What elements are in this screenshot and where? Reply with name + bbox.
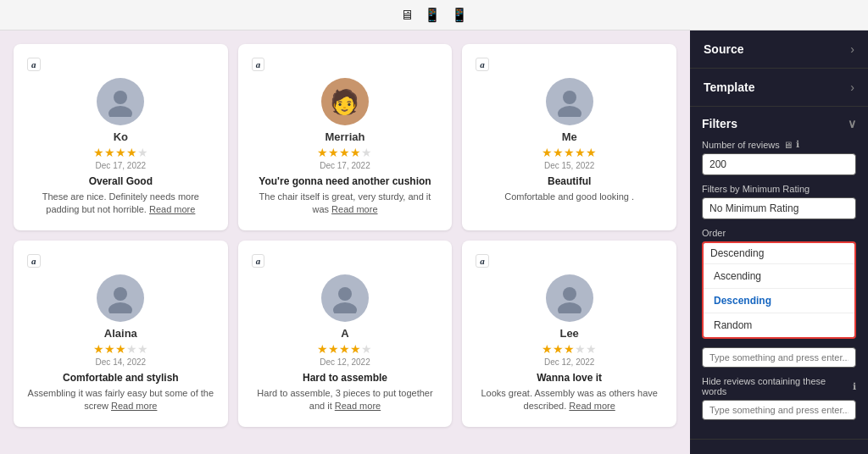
- avatar: [97, 274, 144, 322]
- user-silhouette: [330, 283, 360, 313]
- svg-point-7: [333, 302, 357, 313]
- review-card: a Ko ★★★★★ Dec 17, 2022 Overall Good The…: [14, 44, 228, 230]
- avatar: 🧑: [321, 78, 369, 125]
- desktop-icon[interactable]: 🖥: [400, 8, 414, 23]
- filters-title-row: Filters ∨: [702, 117, 856, 130]
- source-section: Source ›: [690, 30, 868, 69]
- amazon-logo: a: [476, 58, 489, 71]
- star-rating: ★★★★★: [93, 342, 148, 356]
- right-panel: Source › Template › Filters ∨ Number of …: [690, 30, 868, 454]
- reviewer-name: Lee: [559, 327, 578, 340]
- review-text: The chair itself is great, very sturdy, …: [252, 191, 439, 217]
- hide-info-icon: ℹ: [853, 381, 856, 392]
- order-option-random[interactable]: Random: [704, 313, 854, 337]
- svg-point-9: [558, 302, 581, 313]
- tablet-icon[interactable]: 📱: [424, 7, 441, 23]
- review-text: Assembling it was fairly easy but some o…: [27, 387, 214, 413]
- review-card: a Me ★★★★★ Dec 15, 2022 Beautiful Comfor…: [462, 44, 676, 230]
- review-title: Comfortable and stylish: [63, 372, 179, 384]
- review-text: Comfortable and good looking .: [504, 191, 634, 203]
- min-rating-input[interactable]: [702, 197, 856, 219]
- review-card: a A ★★★★★ Dec 12, 2022 Hard to assemble …: [238, 241, 453, 427]
- order-dropdown-list: Ascending Descending Random: [704, 263, 854, 337]
- reviews-area: a Ko ★★★★★ Dec 17, 2022 Overall Good The…: [0, 30, 690, 454]
- template-row[interactable]: Template ›: [690, 69, 868, 106]
- svg-point-4: [114, 287, 127, 301]
- svg-point-2: [563, 91, 576, 104]
- card-header: a: [27, 58, 214, 75]
- main-layout: a Ko ★★★★★ Dec 17, 2022 Overall Good The…: [0, 30, 868, 454]
- hide-reviews-label: Hide reviews containing these words ℹ: [702, 376, 856, 396]
- monitor-icon: 🖥: [783, 140, 793, 150]
- review-date: Dec 17, 2022: [320, 161, 370, 170]
- num-reviews-input[interactable]: [702, 153, 856, 175]
- review-card: a 🧑 Merriah ★★★★★ Dec 17, 2022 You're go…: [238, 44, 453, 230]
- review-card: a Alaina ★★★★★ Dec 14, 2022 Comfortable …: [14, 241, 228, 427]
- amazon-logo: a: [252, 58, 265, 71]
- top-bar: 🖥 📱 📱: [0, 0, 868, 30]
- filters-panel-section: Filters ∨ Number of reviews 🖥 ℹ Filters …: [690, 107, 868, 440]
- reviewer-name: Alaina: [104, 327, 137, 340]
- avatar: [546, 78, 593, 125]
- read-more-link[interactable]: Read more: [111, 401, 157, 411]
- review-date: Dec 14, 2022: [96, 357, 147, 367]
- amazon-logo: a: [27, 58, 41, 71]
- source-label: Source: [704, 42, 743, 56]
- amazon-logo: a: [27, 254, 41, 268]
- review-title: Beautiful: [548, 175, 591, 187]
- read-more-link[interactable]: Read more: [335, 401, 381, 411]
- order-option-descending[interactable]: Descending: [704, 288, 854, 313]
- review-text: Looks great. Assembly was as others have…: [476, 387, 663, 413]
- reviews-grid: a Ko ★★★★★ Dec 17, 2022 Overall Good The…: [14, 44, 676, 427]
- reviewer-name: Merriah: [326, 130, 365, 143]
- source-chevron: ›: [850, 42, 854, 56]
- star-rating: ★★★★★: [93, 146, 148, 159]
- user-silhouette: [554, 283, 585, 313]
- avatar: [97, 78, 144, 125]
- avatar: [546, 274, 593, 322]
- review-title: Overall Good: [89, 175, 153, 187]
- user-silhouette: [105, 283, 136, 313]
- review-card: a Lee ★★★★★ Dec 12, 2022 Wanna love it L…: [462, 241, 676, 427]
- card-header: a: [476, 58, 663, 75]
- order-label-row: Order: [702, 228, 856, 238]
- reviewer-name: A: [341, 327, 348, 340]
- filters-label: Filters: [702, 117, 737, 130]
- min-rating-text: Filters by Minimum Rating: [702, 184, 810, 194]
- template-section: Template ›: [690, 69, 868, 107]
- filters-content: Filters ∨ Number of reviews 🖥 ℹ Filters …: [690, 107, 868, 439]
- svg-point-6: [338, 287, 352, 301]
- hide-reviews-text: Hide reviews containing these words: [702, 376, 849, 396]
- review-date: Dec 17, 2022: [96, 161, 147, 170]
- card-header: a: [27, 254, 214, 271]
- star-rating: ★★★★★: [317, 146, 372, 159]
- source-row[interactable]: Source ›: [690, 30, 868, 68]
- review-title: You're gonna need another cushion: [259, 175, 431, 187]
- hide-reviews-input[interactable]: [702, 400, 856, 420]
- user-silhouette: [105, 86, 136, 117]
- info-icon: ℹ: [796, 139, 799, 150]
- order-selected-value[interactable]: Descending: [704, 243, 854, 263]
- num-reviews-label-row: Number of reviews 🖥 ℹ: [702, 139, 856, 150]
- template-label: Template: [704, 80, 754, 94]
- card-header: a: [476, 254, 663, 271]
- review-date: Dec 12, 2022: [544, 357, 595, 367]
- read-more-link[interactable]: Read more: [331, 204, 377, 214]
- read-more-link[interactable]: Read more: [149, 204, 195, 214]
- card-header: a: [252, 254, 439, 271]
- review-text: These are nice. Definitely needs more pa…: [27, 191, 214, 217]
- review-date: Dec 15, 2022: [544, 161, 595, 170]
- reviewer-name: Me: [562, 130, 577, 143]
- read-more-link[interactable]: Read more: [569, 401, 615, 411]
- reviewer-name: Ko: [114, 130, 128, 143]
- star-rating: ★★★★★: [317, 342, 372, 356]
- mobile-icon[interactable]: 📱: [451, 7, 468, 23]
- filter-words-input[interactable]: [702, 347, 856, 368]
- star-rating: ★★★★★: [542, 146, 597, 159]
- amazon-logo: a: [476, 254, 489, 268]
- amazon-logo: a: [252, 254, 265, 268]
- order-label-text: Order: [702, 228, 726, 238]
- order-option-ascending[interactable]: Ascending: [704, 264, 854, 288]
- avatar: [321, 274, 369, 322]
- svg-point-0: [114, 91, 127, 104]
